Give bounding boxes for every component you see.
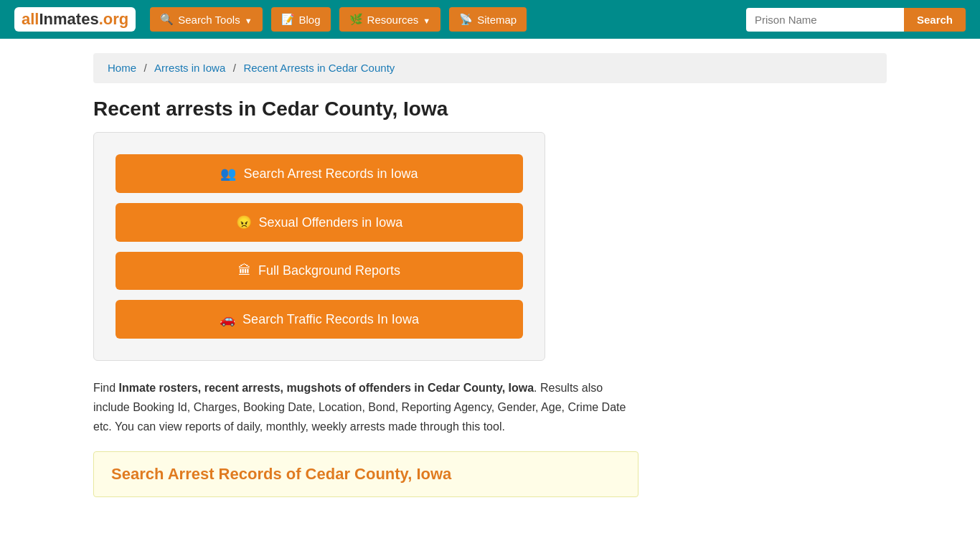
header-search-button[interactable]: Search	[904, 8, 966, 32]
breadcrumb-current: Recent Arrests in Cedar County	[243, 62, 395, 74]
action-button-box: 👥 Search Arrest Records in Iowa 😠 Sexual…	[93, 132, 545, 361]
background-reports-icon: 🏛	[238, 263, 251, 278]
breadcrumb-home[interactable]: Home	[108, 62, 136, 74]
breadcrumb-arrests-iowa[interactable]: Arrests in Iowa	[154, 62, 225, 74]
description-paragraph: Find Inmate rosters, recent arrests, mug…	[93, 378, 639, 437]
header-search: Search	[746, 8, 966, 32]
traffic-records-label: Search Traffic Records In Iowa	[242, 312, 419, 327]
description-intro: Find	[93, 382, 119, 394]
sitemap-label: Sitemap	[477, 14, 517, 26]
arrest-records-button[interactable]: 👥 Search Arrest Records in Iowa	[116, 154, 523, 193]
header-search-label: Search	[917, 14, 953, 26]
background-reports-button[interactable]: 🏛 Full Background Reports	[116, 252, 523, 290]
logo-org-text: .org	[99, 10, 129, 28]
blog-label: Blog	[299, 14, 321, 26]
background-reports-label: Full Background Reports	[258, 263, 400, 278]
sexual-offenders-label: Sexual Offenders in Iowa	[259, 215, 403, 230]
sexual-offenders-button[interactable]: 😠 Sexual Offenders in Iowa	[116, 203, 523, 242]
breadcrumb-sep-2: /	[233, 62, 236, 74]
search-tools-icon: 🔍	[160, 13, 174, 26]
nav-search-tools[interactable]: 🔍 Search Tools	[150, 7, 262, 32]
blog-icon: 📝	[281, 13, 295, 26]
arrest-records-label: Search Arrest Records in Iowa	[243, 166, 418, 182]
site-logo[interactable]: allInmates.org	[14, 7, 136, 32]
page-title: Recent arrests in Cedar County, Iowa	[93, 98, 887, 121]
resources-dropdown-arrow	[423, 14, 430, 26]
resources-icon: 🌿	[349, 13, 363, 26]
search-tools-label: Search Tools	[178, 14, 240, 26]
search-tools-dropdown-arrow	[245, 14, 253, 26]
nav-blog[interactable]: 📝 Blog	[271, 7, 331, 32]
logo-inmates-text: Inmates	[39, 10, 98, 28]
traffic-records-icon: 🚗	[220, 311, 235, 327]
resources-label: Resources	[367, 14, 419, 26]
description-bold: Inmate rosters, recent arrests, mugshots…	[119, 382, 534, 394]
nav-sitemap[interactable]: 📡 Sitemap	[449, 7, 527, 32]
nav-resources[interactable]: 🌿 Resources	[339, 7, 441, 32]
arrest-records-icon: 👥	[220, 166, 236, 182]
prison-name-input[interactable]	[746, 8, 904, 32]
search-section-title: Search Arrest Records of Cedar County, I…	[111, 465, 621, 484]
breadcrumb: Home / Arrests in Iowa / Recent Arrests …	[93, 53, 887, 83]
main-content: Recent arrests in Cedar County, Iowa 👥 S…	[93, 90, 887, 519]
traffic-records-button[interactable]: 🚗 Search Traffic Records In Iowa	[116, 300, 523, 339]
sexual-offenders-icon: 😠	[236, 215, 252, 230]
sitemap-icon: 📡	[459, 13, 473, 26]
site-header: allInmates.org 🔍 Search Tools 📝 Blog 🌿 R…	[0, 0, 980, 39]
breadcrumb-sep-1: /	[143, 62, 146, 74]
search-section: Search Arrest Records of Cedar County, I…	[93, 451, 639, 497]
logo-all-text: all	[22, 10, 39, 28]
